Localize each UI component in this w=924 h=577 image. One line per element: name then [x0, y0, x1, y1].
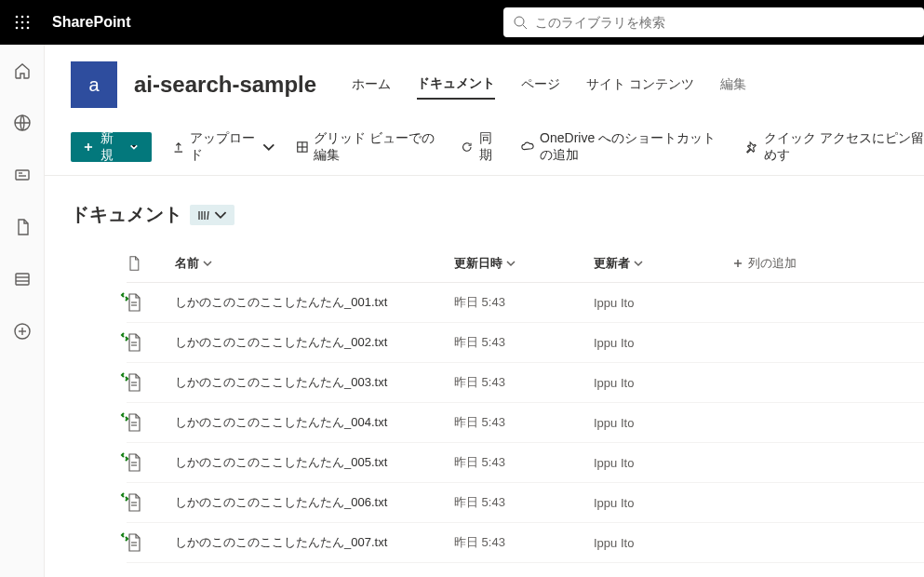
search-icon: [513, 15, 528, 30]
header-name[interactable]: 名前: [175, 255, 454, 272]
onedrive-shortcut-button[interactable]: OneDrive へのショートカットの追加: [521, 130, 725, 164]
table-body: しかのこのこのここしたんたん_001.txt 昨日 5:43 Ippu Ito …: [127, 283, 924, 563]
suite-bar: SharePoint: [0, 0, 924, 45]
table-row[interactable]: しかのこのこのここしたんたん_003.txt 昨日 5:43 Ippu Ito: [127, 363, 924, 403]
nav-edit[interactable]: 編集: [720, 71, 746, 99]
sync-status-icon: [120, 290, 129, 300]
file-name[interactable]: しかのこのこのここしたんたん_007.txt: [175, 534, 387, 551]
rail-news-button[interactable]: [7, 160, 37, 190]
file-name[interactable]: しかのこのこのここしたんたん_004.txt: [175, 414, 387, 431]
file-modified-by[interactable]: Ippu Ito: [594, 336, 634, 350]
chevron-down-icon: [634, 259, 643, 268]
rail-files-button[interactable]: [7, 212, 37, 242]
header-file-type[interactable]: [127, 256, 175, 271]
nav-documents[interactable]: ドキュメント: [417, 70, 495, 100]
file-modified: 昨日 5:43: [454, 414, 505, 431]
file-modified-by[interactable]: Ippu Ito: [594, 456, 634, 470]
table-row[interactable]: しかのこのこのここしたんたん_002.txt 昨日 5:43 Ippu Ito: [127, 323, 924, 363]
add-column-label: 列の追加: [748, 255, 797, 272]
main-content: a ai-search-sample ホーム ドキュメント ページ サイト コン…: [45, 45, 924, 577]
table-row[interactable]: しかのこのこのここしたんたん_007.txt 昨日 5:43 Ippu Ito: [127, 523, 924, 563]
app-name[interactable]: SharePoint: [52, 14, 130, 31]
file-modified-by[interactable]: Ippu Ito: [594, 296, 634, 310]
svg-line-10: [523, 25, 527, 29]
header-modified-by[interactable]: 更新者: [594, 255, 733, 272]
file-name[interactable]: しかのこのこのここしたんたん_003.txt: [175, 374, 387, 391]
sync-status-icon: [120, 490, 129, 500]
upload-label: アップロード: [190, 130, 256, 164]
site-header: a ai-search-sample ホーム ドキュメント ページ サイト コン…: [45, 45, 924, 114]
sync-status-icon: [120, 450, 129, 460]
table-header: 名前 更新日時 更新者 列の追加: [127, 244, 924, 283]
file-icon: [13, 218, 32, 236]
rail-lists-button[interactable]: [7, 264, 37, 294]
file-modified: 昨日 5:43: [454, 374, 505, 391]
file-modified-by[interactable]: Ippu Ito: [594, 536, 634, 550]
svg-point-8: [27, 27, 30, 30]
svg-point-5: [27, 21, 30, 24]
sync-icon: [461, 140, 474, 154]
svg-point-1: [21, 16, 24, 19]
file-modified-by[interactable]: Ippu Ito: [594, 376, 634, 390]
svg-rect-12: [16, 170, 29, 180]
plus-circle-icon: [13, 322, 32, 341]
pin-quick-access-label: クイック アクセスにピン留めす: [764, 130, 924, 164]
search-box[interactable]: [503, 7, 924, 37]
file-table: 名前 更新日時 更新者 列の追加: [45, 244, 924, 563]
library-icon: [197, 208, 210, 221]
header-name-label: 名前: [175, 255, 199, 272]
global-nav-rail: [0, 45, 45, 577]
svg-point-3: [16, 21, 19, 24]
plus-icon: [84, 141, 93, 153]
table-row[interactable]: しかのこのこのここしたんたん_005.txt 昨日 5:43 Ippu Ito: [127, 443, 924, 483]
rail-home-button[interactable]: [7, 56, 37, 86]
sync-button[interactable]: 同期: [461, 130, 501, 164]
file-modified: 昨日 5:43: [454, 334, 505, 351]
upload-button[interactable]: アップロード: [172, 130, 275, 164]
file-type-cell: [127, 453, 141, 472]
file-type-cell: [127, 293, 141, 312]
sync-status-icon: [120, 410, 129, 420]
file-name[interactable]: しかのこのこのここしたんたん_001.txt: [175, 294, 387, 311]
sync-label: 同期: [479, 130, 502, 164]
pin-icon: [745, 140, 758, 154]
grid-icon: [296, 140, 309, 154]
file-name[interactable]: しかのこのこのここしたんたん_005.txt: [175, 454, 387, 471]
header-modified[interactable]: 更新日時: [454, 255, 594, 272]
waffle-icon: [15, 15, 30, 30]
file-type-cell: [127, 533, 141, 552]
pin-quick-access-button[interactable]: クイック アクセスにピン留めす: [745, 130, 924, 164]
file-name[interactable]: しかのこのこのここしたんたん_002.txt: [175, 334, 387, 351]
grid-edit-label: グリッド ビューでの編集: [314, 130, 440, 164]
file-modified-by[interactable]: Ippu Ito: [594, 496, 634, 510]
rail-sites-button[interactable]: [7, 108, 37, 138]
file-type-cell: [127, 333, 141, 352]
svg-point-7: [21, 27, 24, 30]
file-name[interactable]: しかのこのこのここしたんたん_006.txt: [175, 494, 387, 511]
table-row[interactable]: しかのこのこのここしたんたん_001.txt 昨日 5:43 Ippu Ito: [127, 283, 924, 323]
site-title[interactable]: ai-search-sample: [134, 72, 316, 98]
home-icon: [13, 61, 32, 80]
new-button[interactable]: 新規: [71, 132, 152, 162]
table-row[interactable]: しかのこのこのここしたんたん_006.txt 昨日 5:43 Ippu Ito: [127, 483, 924, 523]
file-modified-by[interactable]: Ippu Ito: [594, 416, 634, 430]
news-icon: [13, 166, 32, 184]
sync-status-icon: [120, 370, 129, 380]
view-selector[interactable]: [190, 205, 234, 225]
nav-site-contents[interactable]: サイト コンテンツ: [586, 71, 694, 99]
file-modified: 昨日 5:43: [454, 294, 505, 311]
plus-icon: [733, 259, 743, 268]
nav-pages[interactable]: ページ: [521, 71, 560, 99]
file-modified: 昨日 5:43: [454, 494, 505, 511]
search-input[interactable]: [535, 15, 915, 30]
sync-status-icon: [120, 330, 129, 340]
svg-point-6: [16, 27, 19, 30]
grid-edit-button[interactable]: グリッド ビューでの編集: [296, 130, 441, 164]
app-launcher-button[interactable]: [0, 0, 45, 45]
nav-home[interactable]: ホーム: [352, 71, 391, 99]
add-column-button[interactable]: 列の追加: [733, 255, 845, 272]
rail-create-button[interactable]: [7, 316, 37, 346]
onedrive-shortcut-label: OneDrive へのショートカットの追加: [540, 130, 725, 164]
site-logo[interactable]: a: [71, 61, 117, 108]
table-row[interactable]: しかのこのこのここしたんたん_004.txt 昨日 5:43 Ippu Ito: [127, 403, 924, 443]
